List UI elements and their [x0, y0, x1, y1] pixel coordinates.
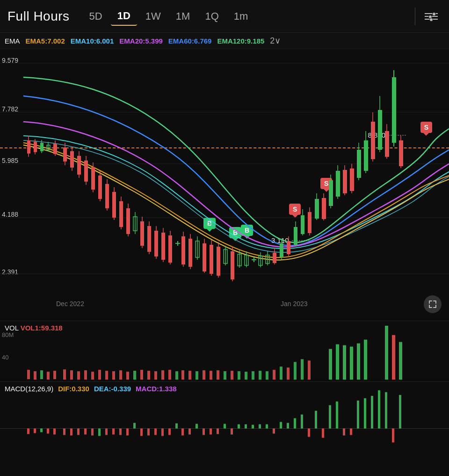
svg-rect-201	[273, 428, 275, 433]
svg-rect-156	[329, 349, 332, 380]
macd-section: MACD(12,26,9) DIF:0.330 DEA:-0.339 MACD:…	[0, 381, 449, 466]
svg-rect-143	[224, 371, 226, 380]
timeframe-5d[interactable]: 5D	[83, 7, 109, 25]
svg-rect-213	[357, 401, 359, 429]
svg-rect-181	[133, 423, 136, 429]
toolbar-divider	[415, 7, 415, 25]
svg-rect-147	[252, 371, 254, 380]
svg-rect-183	[147, 428, 150, 435]
expand-icon	[428, 300, 437, 309]
svg-rect-134	[161, 370, 164, 380]
svg-rect-173	[77, 428, 80, 435]
svg-rect-158	[343, 345, 346, 380]
svg-rect-182	[140, 428, 143, 436]
settings-icon	[425, 13, 438, 20]
svg-rect-133	[154, 371, 157, 380]
svg-rect-202	[280, 422, 282, 429]
timeframe-1q[interactable]: 1Q	[198, 7, 225, 25]
svg-rect-139	[196, 371, 198, 380]
svg-rect-159	[350, 347, 353, 380]
ema-bar: EMA EMA5:7.002 EMA10:6.001 EMA20:5.399 E…	[0, 33, 449, 49]
svg-rect-132	[147, 371, 150, 380]
svg-rect-212	[350, 428, 352, 435]
timeframe-selector: 5D 1D 1W 1M 1Q 1m	[83, 7, 409, 26]
svg-rect-193	[217, 428, 219, 434]
svg-rect-167	[34, 428, 36, 433]
svg-rect-141	[210, 371, 212, 380]
svg-rect-191	[203, 428, 205, 435]
svg-rect-168	[40, 428, 43, 432]
svg-rect-125	[98, 370, 101, 380]
svg-rect-180	[126, 428, 129, 435]
timeframe-1w[interactable]: 1W	[139, 7, 167, 25]
svg-rect-152	[287, 367, 290, 380]
svg-rect-194	[224, 424, 226, 429]
svg-rect-128	[119, 370, 122, 380]
svg-rect-172	[70, 428, 72, 435]
svg-rect-163	[392, 335, 395, 380]
volume-chart-svg	[0, 321, 449, 381]
settings-button[interactable]	[421, 9, 442, 23]
svg-rect-150	[273, 370, 275, 380]
svg-rect-178	[112, 428, 115, 434]
macd-chart-svg	[0, 382, 449, 466]
main-chart: 9.579 7.782 5.985 4.188 2.391 8.860 3.11…	[0, 49, 449, 321]
svg-rect-211	[343, 428, 345, 435]
svg-rect-171	[63, 428, 65, 435]
svg-rect-192	[210, 428, 212, 434]
expand-button[interactable]	[424, 295, 442, 313]
volume-section: VOL VOL1:59.318 80M 40	[0, 321, 449, 381]
svg-rect-164	[399, 342, 402, 380]
svg-rect-170	[53, 428, 56, 434]
svg-rect-137	[181, 370, 184, 380]
svg-rect-124	[91, 372, 94, 380]
svg-rect-148	[259, 371, 261, 380]
svg-rect-154	[301, 359, 304, 380]
svg-rect-195	[231, 428, 233, 434]
ema-label: EMA	[5, 37, 20, 45]
svg-rect-188	[181, 428, 184, 435]
svg-rect-189	[188, 428, 191, 434]
svg-rect-203	[287, 423, 289, 429]
svg-rect-196	[238, 424, 240, 428]
svg-rect-149	[266, 371, 268, 380]
page-title: Full Hours	[7, 9, 70, 24]
svg-rect-175	[91, 428, 94, 435]
svg-rect-214	[364, 398, 366, 429]
timeframe-1d[interactable]: 1D	[111, 7, 137, 26]
svg-rect-157	[336, 344, 339, 380]
svg-rect-185	[161, 428, 164, 436]
svg-rect-123	[84, 370, 87, 380]
svg-rect-119	[53, 371, 56, 379]
toolbar: Full Hours 5D 1D 1W 1M 1Q 1m	[0, 0, 449, 33]
svg-rect-198	[252, 425, 254, 428]
svg-rect-209	[329, 405, 331, 429]
ema20-value: EMA20:5.399	[119, 37, 163, 45]
svg-rect-116	[34, 371, 36, 380]
svg-rect-179	[119, 428, 122, 435]
ema60-value: EMA60:6.769	[168, 37, 212, 45]
svg-rect-184	[154, 428, 157, 435]
svg-rect-200	[266, 424, 268, 428]
svg-rect-121	[70, 370, 73, 380]
ema-more[interactable]: 2∨	[270, 36, 281, 46]
svg-rect-122	[77, 371, 80, 380]
ema120-value: EMA120:9.185	[217, 37, 264, 45]
timeframe-1min[interactable]: 1m	[227, 7, 255, 25]
svg-rect-217	[385, 392, 387, 429]
svg-rect-207	[315, 411, 317, 429]
svg-rect-176	[98, 428, 101, 436]
chart-svg	[0, 49, 449, 321]
svg-rect-117	[40, 370, 43, 379]
timeframe-1m[interactable]: 1M	[169, 7, 197, 25]
svg-rect-162	[385, 326, 388, 380]
ema10-value: EMA10:6.001	[71, 37, 114, 45]
svg-rect-169	[47, 428, 49, 433]
svg-rect-126	[105, 371, 108, 380]
svg-rect-144	[231, 371, 233, 380]
svg-rect-218	[392, 428, 394, 442]
svg-rect-177	[105, 428, 108, 435]
svg-rect-197	[245, 424, 247, 428]
svg-rect-205	[301, 415, 303, 429]
svg-rect-199	[259, 424, 261, 428]
